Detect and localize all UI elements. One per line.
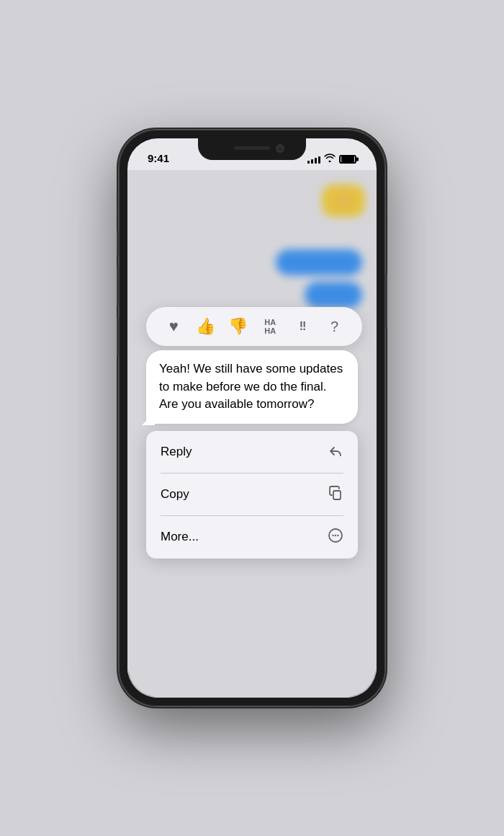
message-text: Yeah! We still have some updates to make… — [159, 362, 343, 411]
status-time: 9:41 — [148, 152, 169, 166]
volume-up-button — [117, 267, 119, 306]
context-area: ♥ 👍 👎 HAHA !! ? Yeah! We still have so — [135, 307, 369, 559]
bubble-tail — [142, 412, 155, 425]
heart-reaction-button[interactable]: ♥ — [160, 313, 187, 340]
reply-label: Reply — [161, 445, 192, 459]
thumbsup-reaction-button[interactable]: 👍 — [192, 313, 220, 340]
copy-label: Copy — [161, 487, 189, 502]
status-icons — [307, 154, 356, 166]
phone-screen: 9:41 — [127, 138, 377, 698]
svg-rect-0 — [333, 491, 341, 499]
thumbsdown-reaction-button[interactable]: 👎 — [225, 313, 252, 340]
signal-bar-1 — [307, 161, 310, 164]
svg-point-4 — [337, 535, 338, 536]
message-bubble: Yeah! We still have some updates to make… — [146, 350, 358, 424]
haha-label: HAHA — [264, 318, 276, 335]
reply-menu-item[interactable]: Reply — [146, 431, 358, 473]
battery-fill — [341, 156, 354, 162]
haha-reaction-button[interactable]: HAHA — [256, 313, 284, 340]
more-icon — [328, 528, 343, 547]
power-button — [385, 274, 387, 328]
chat-area: ☀️ ♥ 👍 👎 HAHA !! — [127, 170, 377, 698]
question-reaction-button[interactable]: ? — [321, 313, 348, 340]
signal-bars-icon — [307, 155, 320, 164]
notch — [198, 138, 306, 160]
silent-switch — [117, 231, 119, 256]
copy-icon — [328, 485, 343, 504]
volume-down-button — [117, 317, 119, 357]
copy-menu-item[interactable]: Copy — [146, 473, 358, 516]
more-label: More... — [161, 530, 199, 544]
svg-point-2 — [332, 535, 333, 536]
front-camera — [276, 144, 284, 153]
more-menu-item[interactable]: More... — [146, 516, 358, 559]
phone-frame: 9:41 — [119, 130, 385, 706]
context-menu: Reply Copy — [146, 431, 358, 559]
reaction-bar: ♥ 👍 👎 HAHA !! ? — [146, 307, 362, 346]
wifi-icon — [324, 154, 336, 164]
svg-point-3 — [335, 535, 336, 536]
exclaim-reaction-button[interactable]: !! — [289, 313, 316, 340]
exclaim-label: !! — [300, 320, 306, 333]
signal-bar-4 — [318, 156, 320, 164]
speaker — [234, 146, 270, 150]
reply-icon — [328, 443, 343, 462]
battery-icon — [339, 155, 356, 164]
question-label: ? — [330, 319, 338, 335]
signal-bar-2 — [311, 159, 313, 164]
signal-bar-3 — [315, 158, 317, 164]
